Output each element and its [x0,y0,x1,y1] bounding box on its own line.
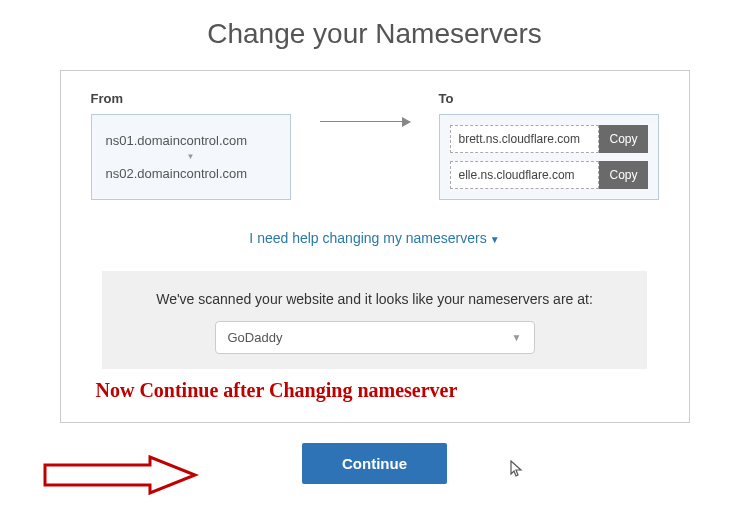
copy-ns1-button[interactable]: Copy [599,125,647,153]
page-title: Change your Nameservers [0,18,749,50]
to-label: To [439,91,659,106]
from-ns2: ns02.domaincontrol.com [106,160,276,187]
caret-down-icon: ▼ [490,234,500,245]
arrow-column [320,91,410,122]
to-ns2: elle.ns.cloudflare.com [450,161,600,189]
from-column: From ns01.domaincontrol.com ▼ ns02.domai… [91,91,291,200]
registrar-select[interactable]: GoDaddy ▼ [215,321,535,354]
cursor-icon [510,460,524,482]
from-label: From [91,91,291,106]
scan-text: We've scanned your website and it looks … [122,291,627,307]
from-ns1: ns01.domaincontrol.com [106,127,276,154]
to-box: brett.ns.cloudflare.com Copy elle.ns.clo… [439,114,659,200]
to-ns1: brett.ns.cloudflare.com [450,125,600,153]
from-box: ns01.domaincontrol.com ▼ ns02.domaincont… [91,114,291,200]
continue-button[interactable]: Continue [302,443,447,484]
arrow-icon [320,121,410,122]
copy-ns2-button[interactable]: Copy [599,161,647,189]
nameserver-panel: From ns01.domaincontrol.com ▼ ns02.domai… [60,70,690,423]
help-link[interactable]: I need help changing my nameservers▼ [91,230,659,246]
help-link-text: I need help changing my nameservers [249,230,486,246]
scan-box: We've scanned your website and it looks … [102,271,647,369]
annotation-arrow-icon [40,455,200,499]
chevron-down-icon: ▼ [512,332,522,343]
annotation-text: Now Continue after Changing nameserver [91,379,659,402]
to-column: To brett.ns.cloudflare.com Copy elle.ns.… [439,91,659,200]
registrar-value: GoDaddy [228,330,283,345]
